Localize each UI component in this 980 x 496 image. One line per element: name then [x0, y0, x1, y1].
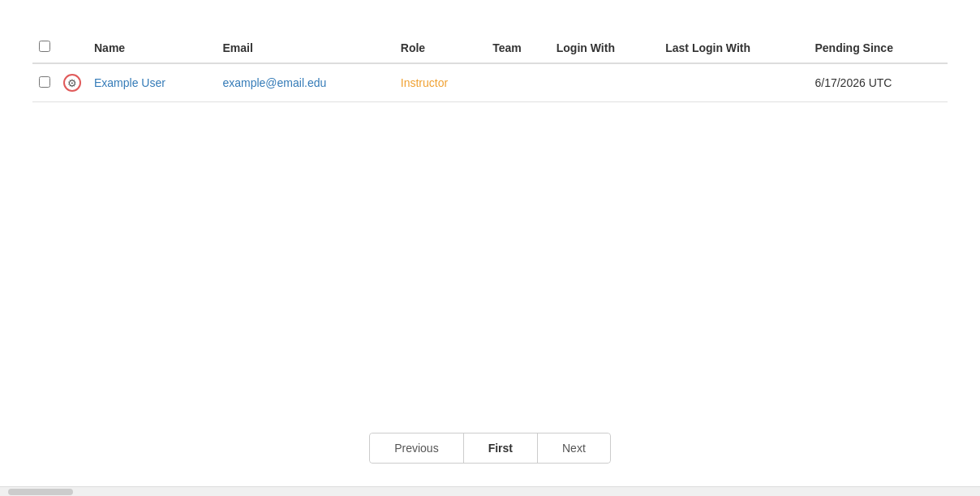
header-pending-since: Pending Since	[808, 32, 948, 63]
header-last-login-with: Last Login With	[659, 32, 808, 63]
previous-button[interactable]: Previous	[370, 433, 463, 463]
header-role: Role	[394, 32, 486, 63]
pagination-group: Previous First Next	[369, 433, 611, 464]
pagination-container: Previous First Next	[32, 400, 948, 480]
row-checkbox[interactable]	[39, 76, 50, 88]
row-team-cell	[486, 63, 550, 102]
row-name-cell: Example User	[88, 63, 216, 102]
row-role-cell: Instructor	[394, 63, 486, 102]
table-wrapper: Name Email Role Team Login With Last Log…	[32, 32, 948, 102]
header-name: Name	[88, 32, 216, 63]
row-email-cell: example@email.edu	[216, 63, 393, 102]
scrollbar-thumb[interactable]	[8, 489, 73, 495]
first-button[interactable]: First	[464, 433, 538, 463]
horizontal-scrollbar[interactable]	[0, 486, 980, 496]
user-role-link[interactable]: Instructor	[401, 76, 448, 89]
row-checkbox-cell	[32, 63, 57, 102]
settings-icon[interactable]: ⚙	[63, 74, 81, 92]
page-container: Name Email Role Team Login With Last Log…	[0, 0, 980, 496]
row-last-login-with-cell	[659, 63, 808, 102]
row-pending-since-cell: 6/17/2026 UTC	[808, 63, 948, 102]
user-name-link[interactable]: Example User	[94, 76, 165, 89]
header-select-all	[32, 32, 57, 63]
header-login-with: Login With	[550, 32, 659, 63]
header-team: Team	[486, 32, 550, 63]
header-email: Email	[216, 32, 393, 63]
user-email-link[interactable]: example@email.edu	[222, 76, 326, 89]
users-table: Name Email Role Team Login With Last Log…	[32, 32, 948, 102]
table-row: ⚙ Example User example@email.edu Instruc…	[32, 63, 948, 102]
row-icon-cell: ⚙	[57, 63, 88, 102]
next-button[interactable]: Next	[538, 433, 610, 463]
select-all-checkbox[interactable]	[39, 41, 50, 52]
header-icon	[57, 32, 88, 63]
row-login-with-cell	[550, 63, 659, 102]
